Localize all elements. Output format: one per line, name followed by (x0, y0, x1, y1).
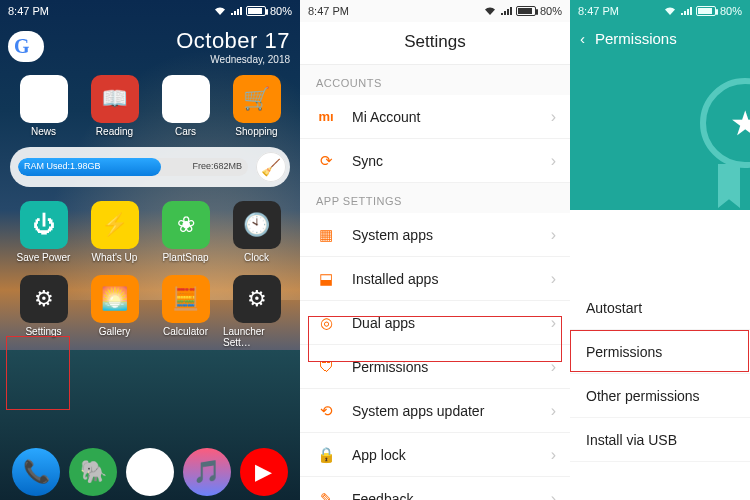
row-permissions[interactable]: 🛡 Permissions › (300, 345, 570, 389)
signal-icon (680, 6, 692, 16)
row-system-apps-updater[interactable]: ⟲ System apps updater › (300, 389, 570, 433)
lock-icon: 🔒 (314, 446, 338, 464)
feedback-icon: ✎ (314, 490, 338, 501)
app-label: Gallery (99, 326, 131, 337)
app-calculator-icon: 🧮 (162, 275, 210, 323)
row-system-apps[interactable]: ▦ System apps › (300, 213, 570, 257)
ram-clean-button[interactable]: 🧹 (256, 152, 286, 182)
battery-icon (516, 6, 536, 16)
app-news-icon: T (20, 75, 68, 123)
item-autostart[interactable]: Autostart (570, 286, 750, 330)
app-calculator[interactable]: 🧮Calculator (152, 275, 219, 348)
app-launcher-settings[interactable]: ⚙Launcher Sett… (223, 275, 290, 348)
item-permissions[interactable]: Permissions (570, 330, 750, 374)
settings-screen: 8:47 PM 80% Settings ACCOUNTS mı Mi Acco… (300, 0, 570, 500)
shield-icon: 🛡 (314, 358, 338, 375)
grid-icon: ▦ (314, 226, 338, 244)
statusbar: 8:47 PM 80% (570, 0, 750, 22)
app-label: Reading (96, 126, 133, 137)
row-installed-apps[interactable]: ⬓ Installed apps › (300, 257, 570, 301)
row-app-lock[interactable]: 🔒 App lock › (300, 433, 570, 477)
app-cars[interactable]: mCars (152, 75, 219, 137)
chevron-right-icon: › (551, 270, 556, 288)
app-clock[interactable]: 🕙Clock (223, 201, 290, 263)
permissions-screen: 8:47 PM 80% ‹ Permissions ★ (570, 0, 750, 500)
app-label: Shopping (235, 126, 277, 137)
app-gallery-icon: 🌅 (91, 275, 139, 323)
chevron-right-icon: › (551, 152, 556, 170)
app-launcher-settings-icon: ⚙ (233, 275, 281, 323)
chevron-right-icon: › (551, 446, 556, 464)
app-plantsnap[interactable]: ❀PlantSnap (152, 201, 219, 263)
dock-youtube[interactable]: ▶ (240, 448, 288, 496)
item-install-via-usb[interactable]: Install via USB (570, 418, 750, 462)
statusbar: 8:47 PM 80% (300, 0, 570, 22)
statusbar-time: 8:47 PM (308, 5, 349, 17)
date-subtext: Wednesday, 2018 (176, 54, 290, 65)
wifi-icon (664, 6, 676, 16)
wifi-icon (214, 6, 226, 16)
row-feedback[interactable]: ✎ Feedback › (300, 477, 570, 500)
dock-apps[interactable]: ⋮⋮ (126, 448, 174, 496)
date-widget[interactable]: October 17 Wednesday, 2018 (176, 28, 290, 65)
app-label: Save Power (17, 252, 71, 263)
row-mi-account[interactable]: mı Mi Account › (300, 95, 570, 139)
battery-pct: 80% (270, 5, 292, 17)
app-label: Calculator (163, 326, 208, 337)
app-settings-icon: ⚙ (20, 275, 68, 323)
app-label: Settings (25, 326, 61, 337)
app-label: Launcher Sett… (223, 326, 290, 348)
chevron-right-icon: › (551, 358, 556, 376)
app-news[interactable]: TNews (10, 75, 77, 137)
page-title: Permissions (595, 30, 677, 47)
app-label: PlantSnap (162, 252, 208, 263)
mi-logo-icon: mı (318, 109, 333, 124)
dual-icon: ◎ (314, 314, 338, 332)
app-clock-icon: 🕙 (233, 201, 281, 249)
chevron-right-icon: › (551, 314, 556, 332)
app-settings[interactable]: ⚙Settings (10, 275, 77, 348)
star-icon: ★ (730, 103, 750, 143)
app-gallery[interactable]: 🌅Gallery (81, 275, 148, 348)
chevron-right-icon: › (551, 108, 556, 126)
signal-icon (500, 6, 512, 16)
dock-phone[interactable]: 📞 (12, 448, 60, 496)
row-label: Permissions (338, 359, 551, 375)
signal-icon (230, 6, 242, 16)
item-other-permissions[interactable]: Other permissions (570, 374, 750, 418)
app-reading[interactable]: 📖Reading (81, 75, 148, 137)
row-label: Installed apps (338, 271, 551, 287)
page-title: Settings (300, 22, 570, 65)
item-label: Install via USB (586, 432, 677, 448)
ram-widget[interactable]: RAM Used:1.98GB Free:682MB 🧹 (10, 147, 290, 187)
app-label: Clock (244, 252, 269, 263)
wifi-icon (484, 6, 496, 16)
update-icon: ⟲ (314, 402, 338, 420)
item-label: Autostart (586, 300, 642, 316)
row-dual-apps[interactable]: ◎ Dual apps › (300, 301, 570, 345)
chevron-right-icon: › (551, 490, 556, 501)
chevron-right-icon: › (551, 226, 556, 244)
section-header-appsettings: APP SETTINGS (300, 183, 570, 213)
google-search-pill[interactable]: G (8, 31, 44, 62)
dock-evernote[interactable]: 🐘 (69, 448, 117, 496)
app-label: News (31, 126, 56, 137)
row-label: Dual apps (338, 315, 551, 331)
back-icon[interactable]: ‹ (580, 30, 585, 47)
sync-icon: ⟳ (314, 152, 338, 170)
app-whats-up[interactable]: ⚡What's Up (81, 201, 148, 263)
battery-pct: 80% (720, 5, 742, 17)
row-sync[interactable]: ⟳ Sync › (300, 139, 570, 183)
app-cars-icon: m (162, 75, 210, 123)
dock-music[interactable]: 🎵 (183, 448, 231, 496)
ribbon-badge-icon: ★ (660, 78, 750, 208)
ram-free-label: Free:682MB (192, 161, 242, 171)
app-shopping[interactable]: 🛒Shopping (223, 75, 290, 137)
item-label: Permissions (586, 344, 662, 360)
download-icon: ⬓ (314, 270, 338, 288)
statusbar: 8:47 PM 80% (0, 0, 300, 22)
row-label: Sync (338, 153, 551, 169)
row-label: App lock (338, 447, 551, 463)
app-save-power[interactable]: ⏻Save Power (10, 201, 77, 263)
app-reading-icon: 📖 (91, 75, 139, 123)
